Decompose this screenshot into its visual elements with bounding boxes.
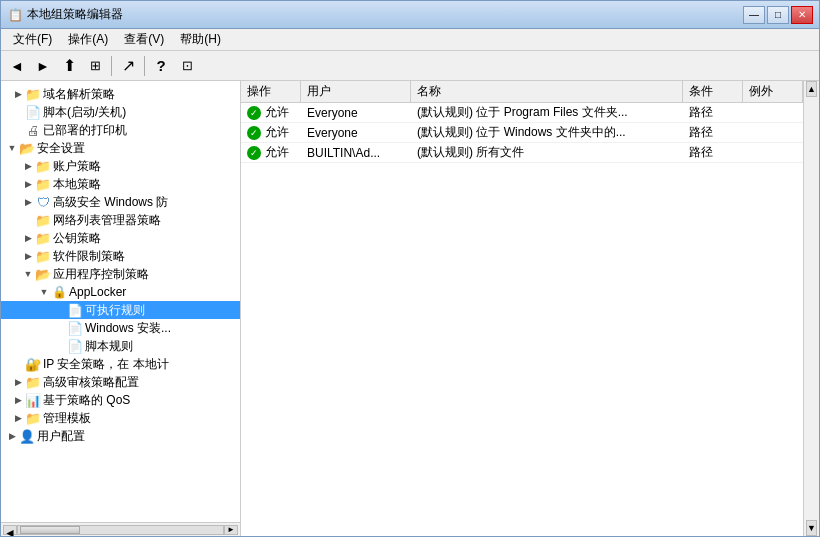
col-header-condition[interactable]: 条件 [683,81,743,102]
node-label-qos: 基于策略的 QoS [43,392,130,409]
export-button[interactable]: ↗ [116,54,140,78]
tree-node-app-control[interactable]: ▼ 📂 应用程序控制策略 [1,265,240,283]
extended-button[interactable]: ⊡ [175,54,199,78]
table-row[interactable]: ✓ 允许 BUILTIN\Ad... (默认规则) 所有文件 路径 [241,143,803,163]
qos-icon: 📊 [25,392,41,408]
col-header-action[interactable]: 操作 [241,81,301,102]
tree-node-security[interactable]: ▼ 📂 安全设置 [1,139,240,157]
expander-software-restrict[interactable]: ▶ [21,249,35,263]
up-button[interactable]: ⬆ [57,54,81,78]
node-label-app-control: 应用程序控制策略 [53,266,149,283]
tree-node-scripts[interactable]: ▶ 📄 脚本(启动/关机) [1,103,240,121]
tree-node-applocker[interactable]: ▼ 🔒 AppLocker [1,283,240,301]
vscroll-down-btn[interactable]: ▼ [806,520,817,536]
scrollbar-track[interactable] [17,525,224,535]
toolbar-separator-2 [144,56,145,76]
scrollbar-left-btn[interactable]: ◄ [3,525,17,535]
maximize-button[interactable]: □ [767,6,789,24]
expander-user-config[interactable]: ▶ [5,429,19,443]
tree-node-local-policy[interactable]: ▶ 📁 本地策略 [1,175,240,193]
tree-node-admin-templates[interactable]: ▶ 📁 管理模板 [1,409,240,427]
tree-node-software-restrict[interactable]: ▶ 📁 软件限制策略 [1,247,240,265]
tree-node-account[interactable]: ▶ 📁 账户策略 [1,157,240,175]
forward-button[interactable]: ► [31,54,55,78]
table-body: ✓ 允许 Everyone (默认规则) 位于 Program Files 文件… [241,103,803,536]
back-button[interactable]: ◄ [5,54,29,78]
minimize-button[interactable]: — [743,6,765,24]
expander-dns[interactable]: ▶ [11,87,25,101]
node-label-advanced-security: 高级安全 Windows 防 [53,194,168,211]
win-install-icon: 📄 [67,320,83,336]
applocker-icon: 🔒 [51,284,67,300]
vscroll-up-btn[interactable]: ▲ [806,81,817,97]
col-header-name[interactable]: 名称 [411,81,683,102]
menu-action[interactable]: 操作(A) [60,29,116,50]
right-v-scrollbar[interactable]: ▲ ▼ [803,81,819,536]
scrollbar-right-btn[interactable]: ► [224,525,238,535]
cell-condition-2: 路径 [683,123,743,142]
expander-pubkey[interactable]: ▶ [21,231,35,245]
node-label-admin-templates: 管理模板 [43,410,91,427]
show-hide-button[interactable]: ⊞ [83,54,107,78]
table-row[interactable]: ✓ 允许 Everyone (默认规则) 位于 Windows 文件夹中的...… [241,123,803,143]
tree-node-qos[interactable]: ▶ 📊 基于策略的 QoS [1,391,240,409]
cell-user-2: Everyone [301,123,411,142]
tree-node-script-rules[interactable]: ▶ 📄 脚本规则 [1,337,240,355]
folder-icon-dns: 📁 [25,86,41,102]
window-controls: — □ ✕ [743,6,813,24]
tree-node-ip-security[interactable]: ▶ 🔐 IP 安全策略，在 本地计 [1,355,240,373]
cell-condition-3: 路径 [683,143,743,162]
printer-icon: 🖨 [25,122,41,138]
tree-node-audit[interactable]: ▶ 📁 高级审核策略配置 [1,373,240,391]
help-button[interactable]: ? [149,54,173,78]
tree-node-advanced-security[interactable]: ▶ 🛡 高级安全 Windows 防 [1,193,240,211]
expander-account[interactable]: ▶ [21,159,35,173]
menu-file[interactable]: 文件(F) [5,29,60,50]
cell-name-3: (默认规则) 所有文件 [411,143,683,162]
tree-content: ▶ 📁 域名解析策略 ▶ 📄 脚本(启动/关机) ▶ [1,81,240,449]
expander-security[interactable]: ▼ [5,141,19,155]
expander-local-policy[interactable]: ▶ [21,177,35,191]
tree-node-user-config[interactable]: ▶ 👤 用户配置 [1,427,240,445]
close-button[interactable]: ✕ [791,6,813,24]
expander-audit[interactable]: ▶ [11,375,25,389]
cell-action-3: ✓ 允许 [241,143,301,162]
table-row[interactable]: ✓ 允许 Everyone (默认规则) 位于 Program Files 文件… [241,103,803,123]
tree-node-exe-rules[interactable]: ▶ 📄 可执行规则 [1,301,240,319]
expander-qos[interactable]: ▶ [11,393,25,407]
scrollbar-thumb[interactable] [20,526,80,534]
tree-scroll[interactable]: ▶ 📁 域名解析策略 ▶ 📄 脚本(启动/关机) ▶ [1,81,240,522]
tree-panel: ▶ 📁 域名解析策略 ▶ 📄 脚本(启动/关机) ▶ [1,81,241,536]
expander-admin-templates[interactable]: ▶ [11,411,25,425]
folder-icon-admin-templates: 📁 [25,410,41,426]
main-window: 📋 本地组策略编辑器 — □ ✕ 文件(F) 操作(A) 查看(V) 帮助(H)… [0,0,820,537]
cell-user-1: Everyone [301,103,411,122]
main-content: ▶ 📁 域名解析策略 ▶ 📄 脚本(启动/关机) ▶ [1,81,819,536]
col-header-exception[interactable]: 例外 [743,81,803,102]
tree-h-scrollbar[interactable]: ◄ ► [1,522,240,536]
folder-icon-software-restrict: 📁 [35,248,51,264]
rule-icon-exe: 📄 [67,302,83,318]
cell-action-1: ✓ 允许 [241,103,301,122]
folder-icon-security: 📂 [19,140,35,156]
folder-icon-network-list: 📁 [35,212,51,228]
expander-applocker[interactable]: ▼ [37,285,51,299]
menu-help[interactable]: 帮助(H) [172,29,229,50]
menu-view[interactable]: 查看(V) [116,29,172,50]
menu-bar: 文件(F) 操作(A) 查看(V) 帮助(H) [1,29,819,51]
folder-icon-local-policy: 📁 [35,176,51,192]
user-config-icon: 👤 [19,428,35,444]
node-label-applocker: AppLocker [69,285,126,299]
node-label-win-install: Windows 安装... [85,320,171,337]
expander-app-control[interactable]: ▼ [21,267,35,281]
tree-node-win-install[interactable]: ▶ 📄 Windows 安装... [1,319,240,337]
tree-node-dns[interactable]: ▶ 📁 域名解析策略 [1,85,240,103]
tree-node-pubkey[interactable]: ▶ 📁 公钥策略 [1,229,240,247]
node-label-user-config: 用户配置 [37,428,85,445]
tree-node-printers[interactable]: ▶ 🖨 已部署的打印机 [1,121,240,139]
expander-advanced-security[interactable]: ▶ [21,195,35,209]
tree-node-network-list[interactable]: ▶ 📁 网络列表管理器策略 [1,211,240,229]
allow-icon-3: ✓ [247,146,261,160]
col-header-user[interactable]: 用户 [301,81,411,102]
node-label-script-rules: 脚本规则 [85,338,133,355]
